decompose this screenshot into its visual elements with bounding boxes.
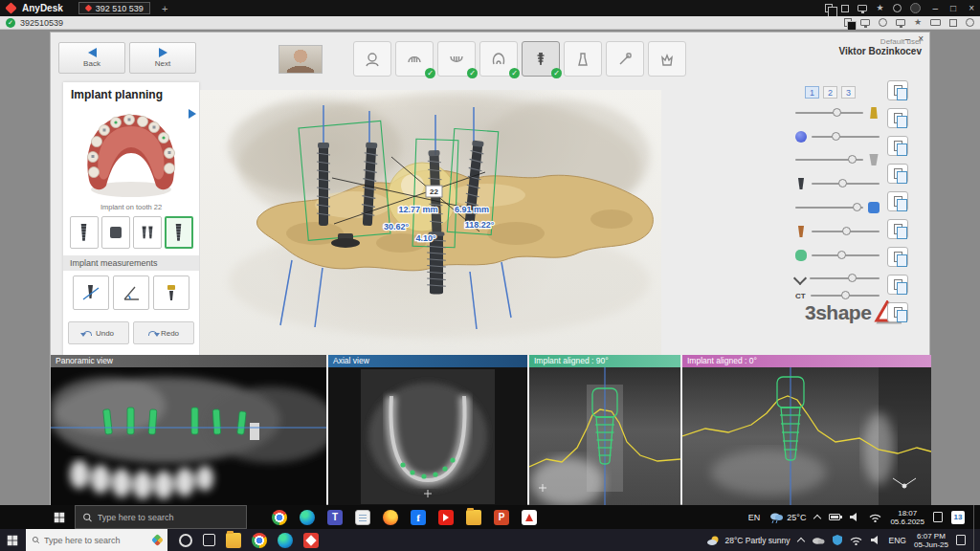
- measure-crown-button[interactable]: [153, 276, 189, 310]
- slider-knob[interactable]: [838, 179, 847, 187]
- copy-view-button-7[interactable]: [887, 247, 908, 267]
- implant-type-2-button[interactable]: [101, 216, 130, 249]
- keyboard-settings-icon[interactable]: [930, 19, 941, 26]
- tray-expand-icon[interactable]: [813, 514, 821, 521]
- slider-row-8[interactable]: [795, 272, 880, 285]
- session-tab[interactable]: 392510539: [20, 18, 63, 28]
- security-shield-icon[interactable]: [833, 535, 842, 545]
- edge-icon[interactable]: [300, 510, 315, 525]
- copy-view-button-5[interactable]: [887, 191, 908, 211]
- firefox-icon[interactable]: [383, 510, 398, 525]
- wifi-icon[interactable]: [850, 536, 862, 545]
- file-explorer-icon[interactable]: [226, 533, 241, 548]
- task-view-icon[interactable]: [203, 534, 215, 546]
- tray-expand-icon[interactable]: [796, 537, 804, 544]
- local-search-box[interactable]: [26, 529, 167, 551]
- chat-icon[interactable]: [844, 18, 852, 27]
- visibility-tab-2[interactable]: 2: [823, 86, 837, 99]
- step-cbct-scan[interactable]: [479, 41, 518, 77]
- implant-aligned-90-header[interactable]: Implant aligned : 90°: [529, 355, 680, 367]
- implant-aligned-0-canvas[interactable]: [682, 367, 931, 506]
- slider-row-6[interactable]: [795, 225, 880, 238]
- measure-length-button[interactable]: [73, 276, 109, 310]
- monitor-icon[interactable]: [858, 5, 867, 11]
- tray-badge[interactable]: 13: [951, 511, 965, 524]
- copy-view-button-8[interactable]: [887, 275, 908, 295]
- remote-language-indicator[interactable]: EN: [748, 513, 761, 522]
- slider-row-1[interactable]: [795, 106, 880, 120]
- copy-view-button-9[interactable]: [887, 302, 908, 322]
- slider-knob[interactable]: [832, 132, 840, 141]
- implant-type-1-button[interactable]: [70, 216, 99, 249]
- step-upper-scan[interactable]: [395, 41, 434, 77]
- implant-type-4-button-selected[interactable]: [165, 216, 193, 249]
- copy-view-button-2[interactable]: [887, 108, 908, 128]
- remote-start-button[interactable]: [0, 505, 75, 529]
- onedrive-cloud-icon[interactable]: [812, 536, 825, 544]
- step-surgical-guide[interactable]: [606, 41, 644, 77]
- remote-clock[interactable]: 18:07 05.6.2025: [890, 509, 924, 526]
- slider-row-5[interactable]: [795, 201, 880, 214]
- chrome-icon[interactable]: [252, 533, 267, 548]
- panoramic-view-canvas[interactable]: [51, 367, 326, 506]
- file-explorer-icon[interactable]: [466, 510, 481, 525]
- measure-angle-button[interactable]: [113, 276, 149, 310]
- wifi-icon[interactable]: [869, 513, 881, 522]
- local-weather-widget[interactable]: 28°C Partly sunny: [706, 535, 790, 546]
- step-abutment-design[interactable]: [564, 41, 602, 77]
- copy-view-button-3[interactable]: [887, 136, 908, 156]
- teams-icon[interactable]: T: [327, 510, 343, 525]
- slider-knob[interactable]: [848, 155, 857, 164]
- slider-knob[interactable]: [842, 227, 851, 235]
- remote-search-input[interactable]: [98, 513, 239, 522]
- speaker-icon[interactable]: [849, 512, 860, 522]
- slider-row-7[interactable]: [795, 249, 880, 262]
- youtube-icon[interactable]: [438, 510, 454, 525]
- patient-photo[interactable]: [278, 45, 323, 74]
- permissions-icon[interactable]: [949, 19, 957, 27]
- implant-aligned-0-header[interactable]: Implant aligned : 0°: [682, 355, 931, 367]
- settings-icon[interactable]: [893, 4, 902, 12]
- 3d-viewport[interactable]: 22 12.77 mm 6.91 mm 30.62° 4.10° 118.22°: [200, 90, 661, 356]
- facebook-icon[interactable]: f: [411, 510, 426, 525]
- step-face-scan[interactable]: [353, 41, 391, 77]
- slider-knob[interactable]: [841, 291, 850, 299]
- slider-knob[interactable]: [837, 251, 846, 259]
- local-clock[interactable]: 6:07 PM 05-Jun-25: [914, 532, 948, 549]
- battery-icon[interactable]: [829, 514, 840, 520]
- local-start-button[interactable]: [0, 529, 26, 551]
- minimize-window-icon[interactable]: –: [933, 4, 939, 13]
- step-lower-scan[interactable]: [437, 41, 476, 77]
- copy-view-button-4[interactable]: [887, 164, 908, 184]
- back-button[interactable]: Back: [58, 42, 125, 74]
- notes-app-icon[interactable]: [355, 510, 370, 525]
- undo-button[interactable]: Undo: [68, 321, 129, 344]
- visibility-tab-1[interactable]: 1: [805, 86, 819, 99]
- session-settings-icon[interactable]: [966, 18, 974, 27]
- account-avatar[interactable]: [910, 3, 921, 13]
- local-language-indicator[interactable]: ENG: [889, 536, 906, 545]
- remote-search-box[interactable]: [75, 505, 247, 529]
- action-center-icon[interactable]: [933, 512, 943, 522]
- slider-knob[interactable]: [853, 203, 861, 211]
- cortana-icon[interactable]: [179, 534, 192, 547]
- slider-row-2[interactable]: [795, 130, 880, 143]
- step-export[interactable]: [648, 41, 686, 77]
- edge-icon[interactable]: [278, 533, 293, 548]
- action-center-icon[interactable]: [956, 535, 966, 545]
- anydesk-address-box[interactable]: 392 510 539: [78, 2, 150, 14]
- local-search-input[interactable]: [44, 536, 149, 545]
- search-highlights-icon[interactable]: [151, 534, 164, 546]
- implant-aligned-90-canvas[interactable]: [529, 367, 680, 506]
- files-icon[interactable]: [841, 5, 849, 12]
- show-desktop-button[interactable]: [973, 505, 976, 529]
- step-implant-planning[interactable]: [522, 41, 560, 77]
- display-settings-icon[interactable]: [896, 19, 905, 26]
- current-user[interactable]: Default user Viktor Bozinkocev: [838, 37, 922, 56]
- chrome-icon[interactable]: [272, 510, 287, 525]
- favorites-icon[interactable]: ★: [876, 4, 883, 12]
- redo-button[interactable]: Redo: [133, 321, 194, 344]
- screenshot-icon[interactable]: [860, 19, 870, 26]
- sessions-icon[interactable]: [825, 4, 833, 12]
- slider-knob[interactable]: [833, 108, 841, 117]
